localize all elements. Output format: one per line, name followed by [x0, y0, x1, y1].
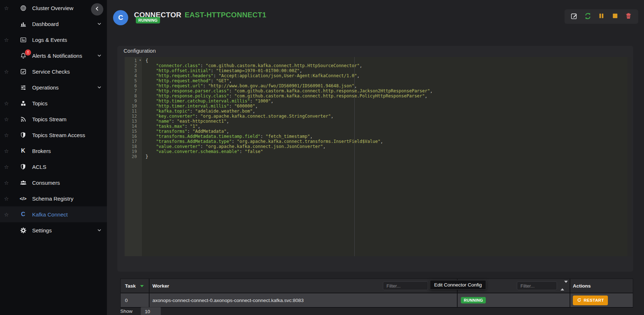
code-line[interactable]: "transforms": "AddMetadata",: [142, 129, 632, 134]
worker-cell: axonops-connect-connect-0.axonops-connec…: [150, 293, 458, 307]
favorite-star-icon[interactable]: ☆: [4, 101, 10, 106]
code-line[interactable]: "http.offset.initial": "timestamp=1970-0…: [142, 68, 632, 73]
refresh-connector-button[interactable]: [583, 12, 592, 21]
editor-scrollbar[interactable]: [627, 57, 632, 256]
status-cell: RUNNING: [458, 293, 570, 307]
task-column-label: Task: [125, 283, 136, 289]
task-column-header[interactable]: Task: [121, 279, 150, 293]
code-line[interactable]: "http.timer.catchup.interval.millis": "1…: [142, 99, 632, 104]
code-line[interactable]: "value.converter": "org.apache.kafka.con…: [142, 144, 632, 149]
line-number: 14: [125, 124, 142, 129]
config-json-editor[interactable]: 1▾234567891011121314151617181920 {"conne…: [125, 57, 632, 256]
sidebar-item-dashboard[interactable]: Dashboard: [0, 16, 107, 32]
edit-connector-config-tooltip: Edit Connector Config: [430, 280, 486, 290]
favorite-star-icon[interactable]: ☆: [4, 37, 10, 43]
connector-avatar: C: [113, 10, 128, 25]
restart-button-label: RESTART: [584, 298, 604, 302]
edit-pencil-icon: [570, 12, 578, 21]
chevron-down-icon[interactable]: [96, 84, 102, 92]
sidebar-item-kafka-connect[interactable]: ☆CKafka Connect: [0, 206, 107, 222]
fold-caret-icon[interactable]: ▾: [139, 58, 141, 63]
code-line[interactable]: {: [142, 58, 632, 63]
worker-column-header[interactable]: Worker: [150, 279, 458, 293]
chevron-down-icon[interactable]: [96, 227, 102, 235]
log-list-icon: [19, 36, 27, 43]
favorite-star-icon[interactable]: ☆: [4, 180, 10, 185]
check-square-icon: [19, 68, 27, 75]
code-line[interactable]: "transforms.AddMetadata.type": "org.apac…: [142, 139, 632, 144]
sidebar-item-alerts-notifications[interactable]: !Alerts & Notifications: [0, 48, 107, 64]
code-line[interactable]: "http.request.url": "http://www.bom.gov.…: [142, 83, 632, 88]
line-number: 9: [125, 99, 142, 104]
sidebar-item-schema-registry[interactable]: ☆</>Schema Registry: [0, 191, 107, 206]
favorite-star-icon[interactable]: ☆: [4, 132, 10, 138]
code-line[interactable]: "name": "east-httpconnect1",: [142, 119, 632, 124]
task-status-badge: RUNNING: [461, 297, 486, 303]
line-number: 15: [125, 129, 142, 134]
chevron-down-icon[interactable]: [96, 21, 102, 28]
code-line[interactable]: "http.request.headers": "Accept:applicat…: [142, 73, 632, 78]
favorite-star-icon[interactable]: ☆: [4, 196, 10, 201]
code-line[interactable]: "value.converter.schemas.enable": "false…: [142, 149, 632, 154]
sidebar-collapse-button[interactable]: [91, 3, 103, 16]
code-line[interactable]: "http.response.policy.class": "com.githu…: [142, 93, 632, 99]
worker-filter-input[interactable]: [383, 281, 428, 290]
line-number: 4: [125, 73, 142, 78]
code-line[interactable]: "kafka.topic": "adelaide.weather.bom",: [142, 109, 632, 114]
sidebar-item-topics[interactable]: ☆Topics: [0, 95, 107, 111]
sidebar-item-operations[interactable]: Operations: [0, 79, 107, 95]
line-number: 5: [125, 78, 142, 83]
delete-connector-button[interactable]: [624, 12, 633, 21]
sidebar-item-service-checks[interactable]: ☆Service Checks: [0, 64, 107, 79]
sidebar-item-label: Kafka Connect: [32, 211, 68, 218]
stop-connector-button[interactable]: [610, 12, 620, 21]
code-line[interactable]: "transforms.AddMetadata.timestamp.field"…: [142, 134, 632, 139]
line-number: 17: [125, 139, 142, 144]
line-number: 16: [125, 134, 142, 139]
line-number: 6: [125, 83, 142, 88]
code-line[interactable]: "http.request.method": "GET",: [142, 78, 632, 83]
favorite-star-icon[interactable]: ☆: [4, 212, 10, 217]
restart-icon: [577, 298, 582, 303]
sidebar-item-label: Alerts & Notifications: [32, 53, 82, 59]
connector-name: EAST-HTTPCONNECT1: [185, 11, 266, 19]
target-icon: [19, 5, 27, 12]
sidebar-item-label: Topics Stream Access: [32, 132, 85, 138]
tasks-table: Task Worker Actions 0axonops-connect-con…: [120, 279, 633, 308]
task-id-cell: 0: [121, 293, 150, 307]
code-line[interactable]: }: [142, 154, 632, 159]
favorite-star-icon[interactable]: ☆: [4, 5, 10, 11]
line-number: 13: [125, 119, 142, 124]
sidebar-item-brokers[interactable]: ☆KBrokers: [0, 143, 107, 159]
editor-code[interactable]: {"connector.class": "com.github.castorm.…: [142, 58, 632, 159]
restart-task-button[interactable]: RESTART: [573, 296, 608, 305]
code-line[interactable]: "tasks.max": "1",: [142, 124, 632, 129]
favorite-star-icon[interactable]: ☆: [4, 117, 10, 122]
sidebar-item-label: Dashboard: [32, 21, 59, 27]
code-line[interactable]: "http.response.parser.class": "com.githu…: [142, 88, 632, 93]
sidebar-item-acls[interactable]: ☆ACLS: [0, 159, 107, 175]
sidebar-item-logs-events[interactable]: ☆Logs & Events: [0, 32, 107, 48]
sort-both-icon[interactable]: [561, 283, 568, 288]
line-number: 8: [125, 93, 142, 99]
sidebar-item-label: Topics Stream: [32, 116, 66, 122]
sidebar-item-settings[interactable]: Settings: [0, 222, 107, 238]
status-filter-input[interactable]: [517, 281, 557, 290]
sort-desc-caret-icon[interactable]: [140, 285, 144, 287]
sidebar-item-topics-stream-access[interactable]: ☆Topics Stream Access: [0, 127, 107, 143]
favorite-star-icon[interactable]: ☆: [4, 164, 10, 170]
sidebar-item-topics-stream[interactable]: ☆Topics Stream: [0, 111, 107, 127]
favorite-star-icon[interactable]: ☆: [4, 69, 10, 74]
code-line[interactable]: "http.timer.interval.millis": "600000",: [142, 104, 632, 109]
page-size-select[interactable]: 10: [141, 307, 161, 315]
sidebar-item-consumers[interactable]: ☆Consumers: [0, 175, 107, 191]
stop-icon: [611, 12, 619, 21]
chevron-down-icon[interactable]: [96, 53, 102, 60]
code-line[interactable]: "key.converter": "org.apache.kafka.conne…: [142, 114, 632, 119]
line-number: 10: [125, 104, 142, 109]
favorite-star-icon[interactable]: ☆: [4, 148, 10, 154]
pause-connector-button[interactable]: [597, 12, 606, 21]
edit-connector-button[interactable]: [570, 12, 579, 21]
code-line[interactable]: "connector.class": "com.github.castorm.k…: [142, 63, 632, 68]
task-table-body: 0axonops-connect-connect-0.axonops-conne…: [121, 293, 633, 307]
